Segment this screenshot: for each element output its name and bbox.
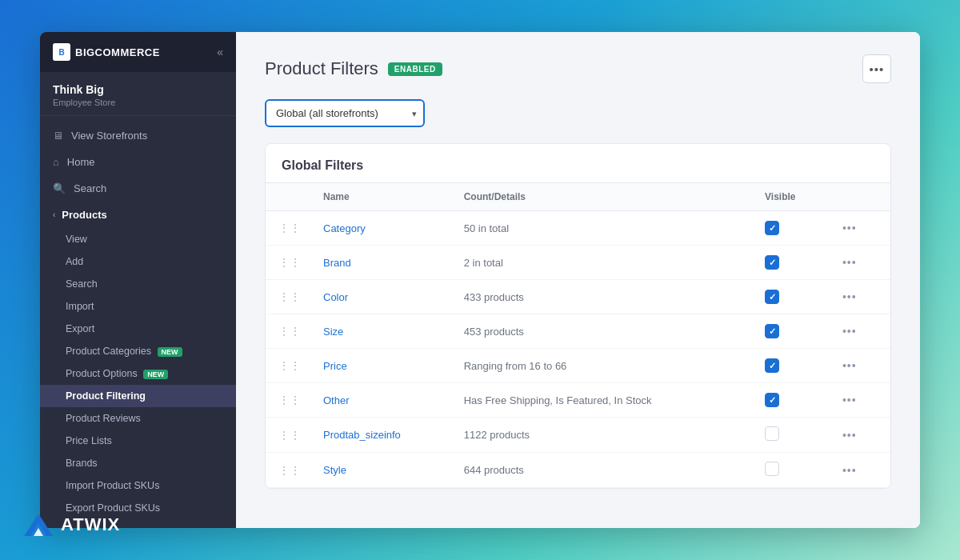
global-filters-card: Global Filters Name Count/Details Visibl… xyxy=(265,143,891,489)
filter-name-link[interactable]: Prodtab_sizeinfo xyxy=(323,429,401,441)
filter-count: 453 products xyxy=(464,326,524,338)
atwix-logo-icon xyxy=(24,512,53,538)
sidebar-item-add[interactable]: Add xyxy=(40,250,236,273)
filter-visible-cell xyxy=(755,349,828,383)
sidebar-item-brands[interactable]: Brands xyxy=(40,452,236,474)
visible-checkbox[interactable] xyxy=(765,290,779,304)
filter-name-cell: Other xyxy=(314,383,454,418)
new-badge: NEW xyxy=(143,370,168,379)
drag-handle-icon[interactable]: ⋮⋮ xyxy=(275,359,304,372)
drag-handle-icon[interactable]: ⋮⋮ xyxy=(275,429,304,442)
row-more-button[interactable]: ••• xyxy=(838,358,862,374)
filter-count: 433 products xyxy=(464,291,524,303)
filter-visible-cell xyxy=(755,383,828,418)
filter-count: 1122 products xyxy=(464,429,530,441)
filter-name-cell: Color xyxy=(314,280,454,314)
storefronts-icon: 🖥 xyxy=(53,130,63,142)
sidebar-item-import[interactable]: Import xyxy=(40,295,236,318)
filter-actions-cell: ••• xyxy=(828,280,890,314)
table-row: ⋮⋮Color433 products••• xyxy=(266,280,890,314)
products-sub-items: View Add Search Import Export Product Ca… xyxy=(40,228,236,519)
sidebar-item-export[interactable]: Export xyxy=(40,318,236,340)
sidebar-item-import-skus[interactable]: Import Product SKUs xyxy=(40,474,236,497)
drag-handle-icon[interactable]: ⋮⋮ xyxy=(275,256,304,269)
visible-checkbox[interactable] xyxy=(765,324,779,338)
sidebar-item-product-categories[interactable]: Product Categories NEW xyxy=(40,340,236,362)
filter-count: 644 products xyxy=(464,464,524,476)
row-more-button[interactable]: ••• xyxy=(838,392,862,408)
sidebar-item-home[interactable]: ⌂ Home xyxy=(40,149,236,175)
filter-visible-cell xyxy=(755,453,828,488)
filter-name-link[interactable]: Style xyxy=(323,464,346,476)
drag-handle-icon[interactable]: ⋮⋮ xyxy=(275,290,304,303)
table-row: ⋮⋮Category50 in total••• xyxy=(266,211,890,246)
visible-checkbox[interactable] xyxy=(765,255,779,270)
home-icon: ⌂ xyxy=(53,156,59,168)
filter-count-cell: 453 products xyxy=(454,314,755,349)
row-more-button[interactable]: ••• xyxy=(838,427,862,443)
col-name: Name xyxy=(314,183,454,211)
filter-name-link[interactable]: Brand xyxy=(323,257,351,269)
row-more-button[interactable]: ••• xyxy=(838,220,862,236)
drag-handle-cell: ⋮⋮ xyxy=(266,314,314,349)
sidebar-item-view[interactable]: View xyxy=(40,228,236,250)
visible-checkbox[interactable] xyxy=(765,462,779,476)
filter-name-link[interactable]: Other xyxy=(323,394,350,406)
atwix-brand-text: ATWIX xyxy=(61,514,120,535)
table-row: ⋮⋮OtherHas Free Shipping, Is Featured, I… xyxy=(266,383,890,418)
footer-brand: ATWIX xyxy=(24,512,120,538)
row-more-button[interactable]: ••• xyxy=(838,462,862,478)
drag-handle-cell: ⋮⋮ xyxy=(266,349,314,383)
more-options-button[interactable]: ••• xyxy=(862,54,891,83)
products-section-label: Products xyxy=(62,209,106,221)
sidebar-item-search[interactable]: 🔍 Search xyxy=(40,175,236,202)
filter-visible-cell xyxy=(755,280,828,314)
sidebar-item-product-filtering[interactable]: Product Filtering xyxy=(40,385,236,407)
store-name: Think Big xyxy=(53,83,223,96)
sidebar-item-search-products[interactable]: Search xyxy=(40,273,236,295)
table-row: ⋮⋮Prodtab_sizeinfo1122 products••• xyxy=(266,418,890,453)
filter-name-link[interactable]: Color xyxy=(323,291,348,303)
visible-checkbox[interactable] xyxy=(765,358,779,373)
filter-count-cell: 1122 products xyxy=(454,418,755,453)
filter-actions-cell: ••• xyxy=(828,383,890,418)
row-more-button[interactable]: ••• xyxy=(838,289,862,305)
table-header-row: Name Count/Details Visible xyxy=(266,183,890,211)
filter-name-link[interactable]: Price xyxy=(323,360,347,372)
col-count: Count/Details xyxy=(454,183,755,211)
visible-checkbox[interactable] xyxy=(765,221,779,235)
bigcommerce-logo-text: BIGCOMMERCE xyxy=(75,46,160,58)
storefront-select[interactable]: Global (all storefronts) Desktop Store M… xyxy=(265,99,425,127)
sidebar-item-product-options[interactable]: Product Options NEW xyxy=(40,362,236,385)
sidebar-item-product-reviews[interactable]: Product Reviews xyxy=(40,407,236,430)
status-badge: ENABLED xyxy=(388,62,442,76)
chevron-left-icon: ‹ xyxy=(53,210,55,219)
visible-checkbox[interactable] xyxy=(765,393,779,407)
drag-handle-icon[interactable]: ⋮⋮ xyxy=(275,325,304,338)
filter-actions-cell: ••• xyxy=(828,453,890,488)
row-more-button[interactable]: ••• xyxy=(838,323,862,339)
filter-name-link[interactable]: Size xyxy=(323,326,343,338)
sidebar-products-section[interactable]: ‹ Products xyxy=(40,202,236,228)
main-content: Product Filters ENABLED ••• Global (all … xyxy=(236,32,920,528)
col-drag xyxy=(266,183,314,211)
drag-handle-icon[interactable]: ⋮⋮ xyxy=(275,222,304,234)
filter-visible-cell xyxy=(755,246,828,280)
drag-handle-icon[interactable]: ⋮⋮ xyxy=(275,464,304,477)
filter-count-cell: Has Free Shipping, Is Featured, In Stock xyxy=(454,383,755,418)
sidebar-item-view-storefronts[interactable]: 🖥 View Storefronts xyxy=(40,122,236,149)
visible-checkbox[interactable] xyxy=(765,426,779,441)
drag-handle-cell: ⋮⋮ xyxy=(266,418,314,453)
sidebar-collapse-button[interactable]: « xyxy=(217,46,223,58)
drag-handle-icon[interactable]: ⋮⋮ xyxy=(275,394,304,406)
filter-name-link[interactable]: Category xyxy=(323,222,366,234)
bigcommerce-logo-icon: B xyxy=(53,43,70,61)
filter-count-cell: Ranging from 16 to 66 xyxy=(454,349,755,383)
table-row: ⋮⋮PriceRanging from 16 to 66••• xyxy=(266,349,890,383)
sidebar-header: B BIGCOMMERCE « xyxy=(40,32,236,72)
sidebar-item-price-lists[interactable]: Price Lists xyxy=(40,430,236,452)
filter-name-cell: Style xyxy=(314,453,454,488)
row-more-button[interactable]: ••• xyxy=(838,254,862,270)
filter-count-cell: 50 in total xyxy=(454,211,755,246)
col-actions xyxy=(828,183,890,211)
